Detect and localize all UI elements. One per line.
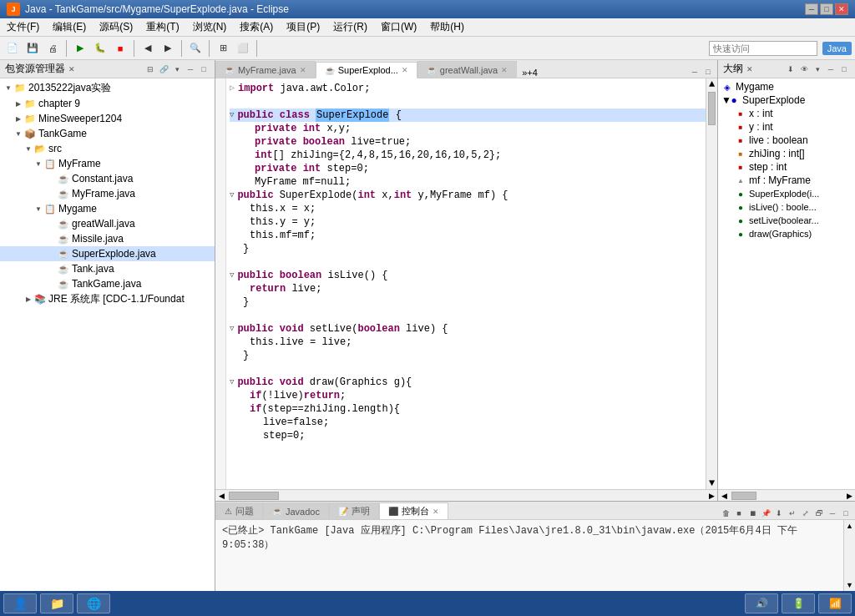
package-explorer-close-icon[interactable]: ✕: [68, 65, 75, 73]
console-scroll-button[interactable]: ⬇: [773, 507, 785, 519]
panel-min-button[interactable]: ─: [185, 63, 196, 75]
outline-field-live[interactable]: ■ live : boolean: [718, 134, 855, 147]
code-content[interactable]: ▷ import java.awt.Color; ▽ public class: [226, 78, 706, 489]
outline-field-y[interactable]: ■ y : int: [718, 120, 855, 134]
fold-marker-islive[interactable]: ▽: [230, 269, 234, 282]
maximize-button[interactable]: □: [820, 3, 833, 15]
tab-superexplode-close[interactable]: ✕: [402, 66, 408, 74]
menu-file[interactable]: 文件(F): [0, 18, 46, 36]
hscroll-right-button[interactable]: ▶: [706, 490, 717, 502]
hscroll-thumb[interactable]: [229, 492, 279, 500]
tree-node-root[interactable]: ▼ 📁 20135222java实验: [0, 80, 215, 96]
tab-console-close-icon[interactable]: ✕: [433, 507, 439, 516]
new-button[interactable]: 📄: [3, 39, 22, 58]
tree-node-jre[interactable]: ▶ 📚 JRE 系统库 [CDC-1.1/Foundat: [0, 291, 215, 307]
console-new-window[interactable]: 🗗: [813, 507, 825, 519]
link-button[interactable]: 🔗: [158, 63, 169, 75]
scroll-up-button[interactable]: ▲: [706, 78, 717, 90]
tree-node-minesweeper[interactable]: ▶ 📁 MineSweeper1204: [0, 111, 215, 126]
tab-console[interactable]: ⬛ 控制台 ✕: [379, 502, 448, 519]
fold-marker-draw[interactable]: ▽: [230, 376, 234, 389]
tray-icon-3[interactable]: 📶: [818, 593, 852, 613]
tab-greatwall-close[interactable]: ✕: [501, 66, 508, 74]
console-expand-button[interactable]: ⤢: [800, 507, 812, 519]
tab-superexplode[interactable]: ☕ SuperExplod... ✕: [316, 62, 417, 78]
console-max-button[interactable]: □: [840, 507, 852, 519]
tree-node-chapter9[interactable]: ▶ 📁 chapter 9: [0, 96, 215, 111]
tab-javadoc[interactable]: ☕ Javadoc: [263, 502, 329, 519]
menu-window[interactable]: 窗口(W): [374, 18, 423, 36]
collapse-all-button[interactable]: ⊟: [144, 63, 156, 75]
outline-method-constructor[interactable]: ● SuperExplode(i...: [718, 187, 855, 200]
console-pin-button[interactable]: 📌: [760, 507, 772, 519]
fold-marker-import[interactable]: ▷: [230, 82, 235, 95]
tab-declaration[interactable]: 📝 声明: [329, 502, 379, 519]
tree-node-constant[interactable]: ☕ Constant.java: [0, 171, 215, 186]
panel-max-button[interactable]: □: [198, 63, 210, 75]
menu-run[interactable]: 运行(R): [326, 18, 374, 36]
java-perspective-button[interactable]: Java: [822, 42, 852, 55]
outline-method-draw[interactable]: ● draw(Graphics): [718, 227, 855, 240]
menu-refactor[interactable]: 重构(T): [139, 18, 185, 36]
outline-field-zhijing[interactable]: ■ zhiJing : int[]: [718, 147, 855, 160]
tree-node-myframe-java[interactable]: ☕ MyFrame.java: [0, 186, 215, 201]
outline-scroll-left[interactable]: ◀: [718, 490, 730, 502]
outline-method-setlive[interactable]: ● setLive(boolear...: [718, 214, 855, 227]
editor-hscroll[interactable]: ◀ ▶: [215, 489, 717, 501]
console-disconnect-button[interactable]: ⏹: [746, 507, 758, 519]
run-button[interactable]: ▶: [71, 39, 89, 58]
print-button[interactable]: 🖨: [43, 39, 62, 58]
outline-method-islive[interactable]: ● isLive() : boole...: [718, 200, 855, 214]
menu-source[interactable]: 源码(S): [93, 18, 139, 36]
console-min-button[interactable]: ─: [827, 507, 838, 519]
save-button[interactable]: 💾: [23, 39, 42, 58]
menu-project[interactable]: 项目(P): [280, 18, 326, 36]
tree-node-superexplode[interactable]: ☕ SuperExplode.java: [0, 246, 215, 261]
outline-mygame[interactable]: ◈ Mygame: [718, 80, 855, 93]
outline-scroll-right[interactable]: ▶: [843, 490, 855, 502]
tab-overflow-button[interactable]: »+4: [517, 68, 543, 78]
search-tb-button[interactable]: 🔍: [186, 39, 205, 58]
tree-node-mygame-pkg[interactable]: ▼ 📋 Mygame: [0, 201, 215, 216]
taskbar-folder-button[interactable]: 📁: [40, 593, 73, 613]
editor-scrollbar[interactable]: ▲ ▼: [706, 78, 717, 489]
outline-hscroll[interactable]: ◀ ▶: [718, 489, 855, 501]
tree-node-missile[interactable]: ☕ Missile.java: [0, 231, 215, 246]
fold-marker-class[interactable]: ▽: [230, 109, 234, 122]
outline-field-x[interactable]: ■ x : int: [718, 107, 855, 120]
outline-scroll-thumb[interactable]: [731, 492, 756, 500]
tree-node-tankgame[interactable]: ▼ 📦 TankGame: [0, 126, 215, 141]
menu-edit[interactable]: 编辑(E): [46, 18, 93, 36]
console-scroll-down[interactable]: ▼: [844, 579, 855, 591]
window-controls[interactable]: ─ □ ✕: [805, 3, 848, 15]
tab-problems[interactable]: ⚠ 问题: [215, 502, 263, 519]
console-word-wrap[interactable]: ↵: [787, 507, 798, 519]
editor-min-button[interactable]: ─: [689, 66, 701, 78]
tab-myframe-close[interactable]: ✕: [300, 66, 306, 74]
console-clear-button[interactable]: 🗑: [720, 507, 731, 519]
debug-button[interactable]: 🐛: [91, 39, 109, 58]
outline-menu-button[interactable]: ▾: [812, 63, 823, 75]
console-terminate-button[interactable]: ■: [733, 507, 745, 519]
next-button[interactable]: ▶: [159, 39, 177, 58]
panel-menu-button[interactable]: ▾: [171, 63, 183, 75]
maximize-view-button[interactable]: ⬜: [234, 39, 252, 58]
outline-field-step[interactable]: ■ step : int: [718, 160, 855, 174]
close-button[interactable]: ✕: [835, 3, 848, 15]
console-scrollbar[interactable]: ▲ ▼: [843, 520, 855, 591]
outline-superexplode-class[interactable]: ▼ ● SuperExplode: [718, 93, 855, 107]
scroll-down-button[interactable]: ▼: [706, 477, 717, 489]
taskbar-browser-button[interactable]: 🌐: [77, 593, 110, 613]
outline-max-button[interactable]: □: [838, 63, 850, 75]
tree-node-tank[interactable]: ☕ Tank.java: [0, 261, 215, 276]
taskbar-user-button[interactable]: 👤: [3, 593, 37, 613]
hscroll-left-button[interactable]: ◀: [215, 490, 227, 502]
outline-sort-button[interactable]: ⬇: [785, 63, 797, 75]
tray-icon-1[interactable]: 🔊: [745, 593, 778, 613]
tab-greatwall[interactable]: ☕ greatWall.java ✕: [417, 61, 517, 78]
menu-navigate[interactable]: 浏览(N): [186, 18, 234, 36]
perspective-button[interactable]: ⊞: [214, 39, 232, 58]
tab-myframe[interactable]: ☕ MyFrame.java ✕: [215, 61, 316, 78]
fold-marker-constructor[interactable]: ▽: [230, 189, 234, 202]
outline-field-mf[interactable]: ▲ mf : MyFrame: [718, 174, 855, 187]
